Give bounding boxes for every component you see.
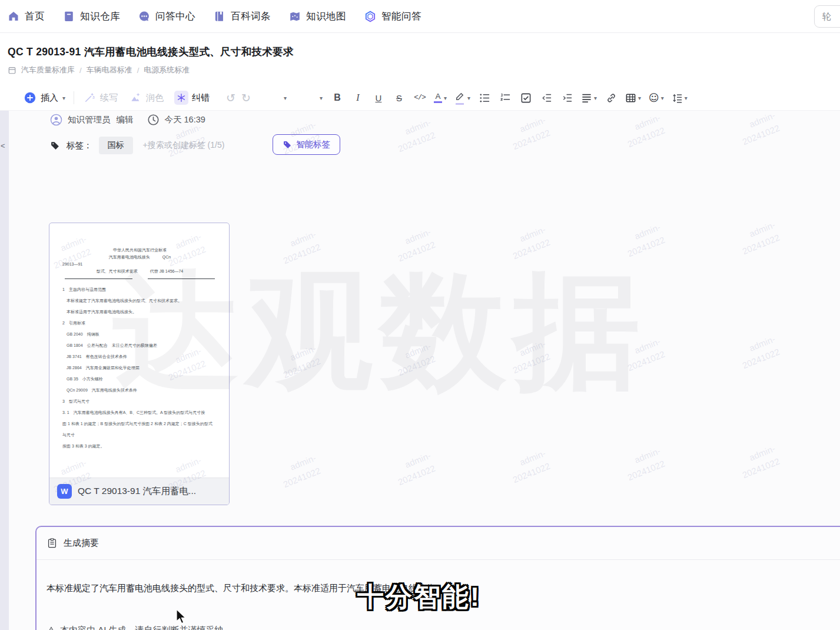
carousel-button[interactable]: 轮 xyxy=(814,5,840,28)
book-icon xyxy=(213,10,226,23)
font-size-dropdown[interactable]: ▾ xyxy=(320,95,323,101)
breadcrumb-separator: / xyxy=(79,66,82,75)
emoji-button[interactable]: ☺▾ xyxy=(649,90,664,105)
breadcrumb-separator: / xyxy=(137,66,140,75)
nav-label: 智能问答 xyxy=(381,10,421,23)
nav-item-home[interactable]: 首页 xyxy=(7,10,45,23)
ai-disclaimer-text: 本内容由 AI 生成，请自行判断并谨慎采纳 xyxy=(60,625,224,630)
nav-item-smart-qa[interactable]: 智能问答 xyxy=(364,10,421,23)
clock-icon xyxy=(147,113,160,127)
checkbox-icon xyxy=(520,92,532,104)
style-dropdown[interactable]: ▾ xyxy=(284,95,287,101)
font-color-button[interactable]: A ▾ xyxy=(434,90,447,105)
chat-bubble-icon xyxy=(138,10,151,23)
italic-button[interactable]: I xyxy=(351,90,364,105)
author-action: 编辑 xyxy=(117,114,134,125)
smart-tag-button[interactable]: 智能标签 xyxy=(273,134,340,155)
tag-pill[interactable]: 国标 xyxy=(99,137,133,154)
tag-row: 标签： 国标 +搜索或创建标签 (1/5) xyxy=(50,135,224,155)
breadcrumb-item[interactable]: 车辆电器标准 xyxy=(87,65,132,75)
nav-label: 知识地图 xyxy=(306,10,346,23)
bullet-list-icon xyxy=(479,92,490,104)
avatar xyxy=(49,113,63,127)
code-button[interactable]: </> xyxy=(413,90,426,105)
highlight-pen-icon xyxy=(454,91,466,102)
numbered-list-icon xyxy=(500,92,511,104)
strikethrough-button[interactable]: S xyxy=(393,90,406,105)
redo-button[interactable]: ↻ xyxy=(241,91,251,104)
indent-button[interactable] xyxy=(560,90,573,105)
word-file-icon: W xyxy=(57,484,72,499)
preview-body: 1 主题内容与适用范围 本标准规定了汽车用蓄电池电线接头的型式、尺寸和技术要求。… xyxy=(62,284,217,452)
bold-button[interactable]: B xyxy=(331,90,344,105)
sparkle-icon xyxy=(176,92,187,103)
ai-disclaimer: 本内容由 AI 生成，请自行判断并谨慎采纳 xyxy=(47,625,224,630)
app-window: 首页 知识仓库 问答中心 百科词条 知识地图 智能问答 轮 QC T 29013… xyxy=(0,0,840,630)
ai-polish-label: 润色 xyxy=(146,92,164,104)
chevron-down-icon: ▾ xyxy=(685,95,688,101)
preview-rule xyxy=(65,278,215,279)
breadcrumb-item[interactable]: 汽车质量标准库 xyxy=(21,65,75,75)
chevron-down-icon: ▾ xyxy=(62,95,65,101)
preview-header-line: 型式、尺寸和技术要求 代替 JB 1456—74 xyxy=(62,268,217,275)
title-area: QC T 29013-91 汽车用蓄电池电线接头型式、尺寸和技术要求 汽车质量标… xyxy=(0,33,840,85)
ai-continue-button[interactable]: 续写 xyxy=(82,91,118,105)
preview-header-line: 汽车用蓄电池电线接头 QCn xyxy=(62,254,217,261)
line-spacing-icon xyxy=(672,92,683,104)
smart-tag-icon xyxy=(283,140,292,150)
magic-wand-icon xyxy=(84,92,95,104)
collapse-arrow[interactable]: < xyxy=(1,141,5,150)
nav-item-qa-center[interactable]: 问答中心 xyxy=(138,10,195,23)
table-button[interactable]: ▾ xyxy=(625,90,641,105)
preview-header-line: 中华人民共和国汽车行业标准 xyxy=(62,247,217,254)
preview-header-line: 29013—91 xyxy=(62,261,217,268)
nav-item-knowledge-repo[interactable]: 知识仓库 xyxy=(62,10,120,23)
nav-label: 知识仓库 xyxy=(80,10,120,23)
nav-label: 问答中心 xyxy=(155,10,195,23)
top-nav: 首页 知识仓库 问答中心 百科词条 知识地图 智能问答 轮 xyxy=(0,0,840,33)
ai-correct-label: 纠错 xyxy=(192,92,210,104)
warning-icon xyxy=(47,626,56,630)
nav-label: 首页 xyxy=(25,10,45,23)
chevron-down-icon: ▾ xyxy=(594,95,597,101)
highlight-button[interactable]: ▾ xyxy=(454,90,470,105)
ai-continue-label: 续写 xyxy=(100,92,118,104)
tag-search-input[interactable]: +搜索或创建标签 (1/5) xyxy=(143,140,225,151)
breadcrumb: 汽车质量标准库 / 车辆电器标准 / 电源系统标准 xyxy=(8,65,840,75)
insert-button[interactable]: 插入 ▾ xyxy=(24,91,65,104)
align-icon xyxy=(581,92,592,104)
library-icon xyxy=(8,66,16,75)
ai-correct-button[interactable]: 纠错 xyxy=(174,91,210,105)
outdent-button[interactable] xyxy=(540,90,553,105)
hexagon-ai-icon xyxy=(364,10,377,23)
nav-item-knowledge-map[interactable]: 知识地图 xyxy=(288,10,346,23)
font-color-letter: A xyxy=(435,92,440,101)
attached-document-card[interactable]: 中华人民共和国汽车行业标准 汽车用蓄电池电线接头 QCn 29013—91 型式… xyxy=(49,223,230,505)
underline-button[interactable]: U xyxy=(372,90,385,105)
undo-button[interactable]: ↺ xyxy=(226,91,235,104)
emoji-icon: ☺ xyxy=(649,92,659,104)
bullet-list-button[interactable] xyxy=(478,90,491,105)
collapse-strip: < xyxy=(0,111,9,630)
link-button[interactable] xyxy=(605,90,617,105)
outdent-icon xyxy=(541,92,552,104)
summary-title: 生成摘要 xyxy=(64,538,99,549)
map-icon xyxy=(288,10,301,23)
nav-item-encyclopedia[interactable]: 百科词条 xyxy=(213,10,271,23)
document-card-footer: W QC T 29013-91 汽车用蓄电... xyxy=(49,478,229,505)
page-title: QC T 29013-91 汽车用蓄电池电线接头型式、尺寸和技术要求 xyxy=(8,45,840,59)
link-icon xyxy=(606,92,617,104)
align-button[interactable]: ▾ xyxy=(581,90,597,105)
table-icon xyxy=(625,92,636,104)
task-list-button[interactable] xyxy=(519,90,532,105)
author-name: 知识管理员 xyxy=(68,114,111,125)
format-group: B I U S </> A ▾ ▾ ▾ ▾ ☺▾ ▾ xyxy=(331,90,688,105)
line-spacing-button[interactable]: ▾ xyxy=(672,90,688,105)
breadcrumb-item[interactable]: 电源系统标准 xyxy=(144,65,190,75)
editor-content: < 知识管理员 编辑 今天 16:39 标签： 国标 +搜索或创建标签 (1/5… xyxy=(0,111,840,630)
ai-polish-button[interactable]: 润色 xyxy=(128,91,164,105)
document-preview: 中华人民共和国汽车行业标准 汽车用蓄电池电线接头 QCn 29013—91 型式… xyxy=(49,223,229,478)
numbered-list-button[interactable] xyxy=(499,90,512,105)
repository-icon xyxy=(62,10,75,23)
nav-label: 百科词条 xyxy=(231,10,271,23)
